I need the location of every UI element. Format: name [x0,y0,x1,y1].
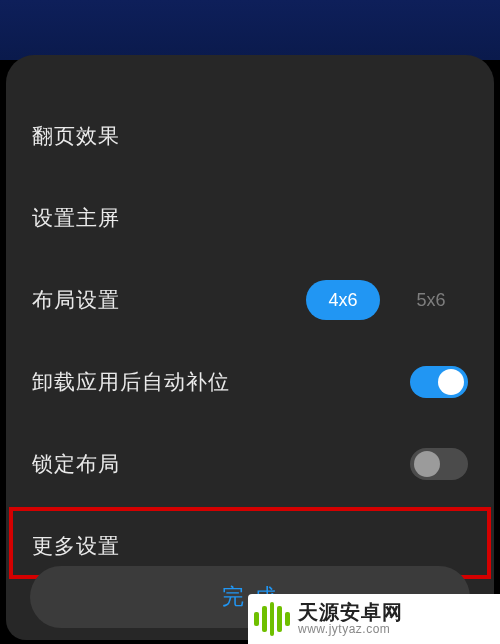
auto-fill-toggle[interactable] [410,366,468,398]
layout-segmented-control: 4x6 5x6 [306,280,468,320]
row-label: 设置主屏 [32,204,120,232]
row-lock-layout: 锁定布局 [6,423,494,505]
toggle-knob [414,451,440,477]
watermark-logo-icon [254,601,290,637]
row-layout-setting: 布局设置 4x6 5x6 [6,259,494,341]
row-label: 布局设置 [32,286,120,314]
watermark-subtitle: www.jytyaz.com [298,623,403,636]
lock-layout-toggle[interactable] [410,448,468,480]
settings-sheet: 翻页效果 设置主屏 布局设置 4x6 5x6 卸载应用后自动补位 锁定布局 更多… [6,55,494,640]
row-auto-fill: 卸载应用后自动补位 [6,341,494,423]
row-label: 翻页效果 [32,122,120,150]
watermark-title: 天源安卓网 [298,601,403,623]
row-set-home[interactable]: 设置主屏 [6,177,494,259]
row-page-effect[interactable]: 翻页效果 [6,95,494,177]
watermark: 天源安卓网 www.jytyaz.com [248,594,500,644]
layout-option-4x6[interactable]: 4x6 [306,280,380,320]
toggle-knob [438,369,464,395]
row-label: 锁定布局 [32,450,120,478]
layout-option-5x6[interactable]: 5x6 [394,280,468,320]
row-label: 更多设置 [32,532,120,560]
top-gradient-band [0,0,500,60]
watermark-text: 天源安卓网 www.jytyaz.com [298,601,403,636]
row-label: 卸载应用后自动补位 [32,368,230,396]
